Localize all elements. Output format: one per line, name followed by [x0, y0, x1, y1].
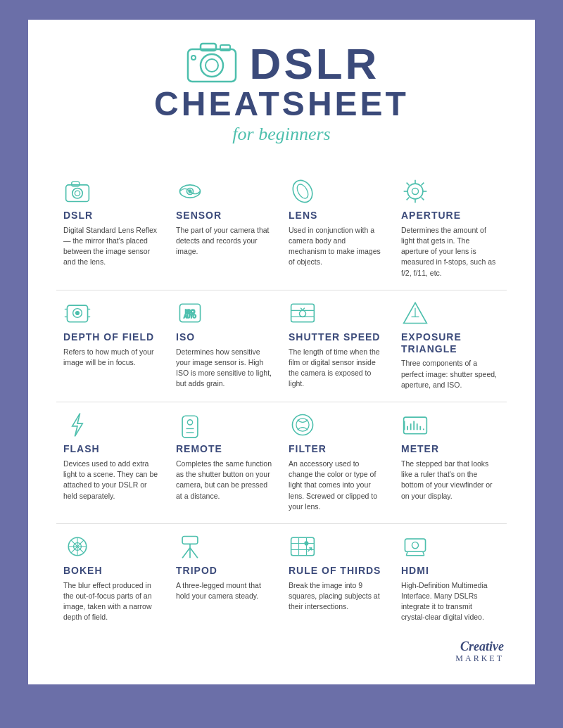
dof-title: DEPTH OF FIELD	[63, 331, 159, 343]
brand-name-creative: Creative	[460, 639, 504, 653]
item-hdmi: HDMI High-Definition Multimedia Interfac…	[394, 524, 507, 634]
svg-line-76	[406, 551, 407, 555]
svg-rect-43	[182, 416, 198, 438]
camera-icon	[184, 35, 240, 87]
lens-icon	[289, 177, 318, 207]
tripod-title: TRIPOD	[176, 565, 272, 577]
item-dslr: DSLR Digital Standard Lens Reflex — the …	[56, 169, 169, 290]
item-meter: METER The stepped bar that looks like a …	[394, 402, 507, 523]
shutter-desc: The length of time when the film or digi…	[289, 347, 384, 390]
iso-title: ISO	[176, 331, 272, 343]
svg-text:AUTO: AUTO	[184, 314, 196, 319]
svg-point-5	[191, 56, 196, 60]
rule-title: RULE OF THIRDS	[289, 565, 384, 577]
filter-title: FILTER	[289, 443, 384, 455]
item-remote: REMOTE Completes the same function as th…	[169, 402, 282, 523]
svg-point-47	[292, 415, 312, 435]
flash-title: FLASH	[63, 443, 159, 455]
bokeh-icon	[63, 532, 93, 562]
title-cheatsheet: CHEATSHEET	[56, 87, 507, 121]
dof-desc: Refers to how much of your image will be…	[63, 347, 159, 368]
item-shutter-speed: SHUTTER SPEED The length of time when th…	[282, 290, 394, 402]
svg-point-75	[412, 542, 418, 549]
aperture-icon	[401, 177, 431, 207]
svg-point-44	[187, 420, 192, 425]
item-filter: FILTER An accessory used to change the c…	[282, 402, 394, 523]
dslr-icon	[63, 177, 93, 207]
svg-point-15	[407, 184, 423, 199]
item-aperture: APERTURE Determines the amount of light …	[394, 169, 507, 290]
svg-rect-9	[72, 181, 80, 186]
item-bokeh: BOKEH The blur effect produced in the ou…	[56, 524, 169, 634]
svg-point-38	[299, 310, 305, 317]
lens-title: LENS	[289, 210, 384, 222]
shutter-icon	[289, 299, 318, 328]
hdmi-desc: High-Definition Multimedia Interface. Ma…	[401, 580, 497, 623]
tripod-icon	[176, 532, 205, 562]
remote-desc: Completes the same function as the shutt…	[176, 459, 272, 502]
svg-rect-63	[182, 536, 198, 544]
hdmi-icon	[401, 532, 431, 562]
bokeh-title: BOKEH	[63, 565, 159, 577]
sensor-desc: The part of your camera that detects and…	[176, 225, 272, 257]
aperture-desc: Determines the amount of light that gets…	[401, 225, 497, 279]
item-exposure-triangle: EXPOSURE TRIANGLE Three components of a …	[394, 290, 507, 402]
svg-line-22	[422, 183, 424, 186]
exposure-triangle-title: EXPOSURE TRIANGLE	[401, 331, 497, 355]
svg-point-7	[72, 188, 83, 198]
subtitle: for beginners	[56, 124, 507, 145]
remote-title: REMOTE	[176, 443, 272, 455]
svg-point-73	[305, 542, 308, 545]
item-flash: FLASH Devices used to add extra light to…	[56, 402, 169, 523]
svg-point-2	[205, 59, 218, 72]
svg-point-8	[75, 191, 80, 196]
svg-rect-49	[404, 417, 427, 434]
item-depth-of-field: DEPTH OF FIELD Refers to how much of you…	[56, 290, 169, 402]
svg-rect-68	[291, 537, 315, 555]
remote-icon	[176, 411, 205, 440]
exposure-triangle-desc: Three components of a perfect image: shu…	[401, 358, 497, 390]
svg-line-23	[407, 198, 410, 200]
svg-line-21	[422, 198, 424, 200]
item-iso: ISO AUTO ISO Determines how sensitive yo…	[169, 290, 282, 402]
filter-desc: An accessory used to change the color or…	[289, 459, 384, 512]
svg-point-14	[295, 182, 310, 200]
rule-icon	[289, 532, 318, 562]
meter-desc: The stepped bar that looks like a ruler …	[401, 459, 497, 502]
svg-rect-74	[405, 539, 425, 551]
svg-line-65	[182, 548, 190, 558]
sensor-icon	[176, 177, 205, 207]
triangle-icon	[401, 299, 431, 328]
shutter-title: SHUTTER SPEED	[289, 331, 384, 343]
svg-rect-35	[291, 304, 315, 321]
item-rule-of-thirds: RULE OF THIRDS Break the image into 9 sq…	[282, 524, 394, 634]
svg-line-66	[190, 548, 198, 558]
item-sensor: SENSOR The part of your camera that dete…	[169, 169, 282, 290]
dslr-title: DSLR	[63, 210, 159, 222]
aperture-title: APERTURE	[401, 210, 497, 222]
flash-icon	[63, 411, 93, 440]
meter-title: METER	[401, 443, 497, 455]
flash-desc: Devices used to add extra light to a sce…	[63, 459, 159, 502]
svg-line-20	[407, 183, 410, 186]
page: DSLR CHEATSHEET for beginners DSLR Digit…	[28, 20, 535, 684]
svg-line-77	[423, 551, 424, 555]
item-lens: LENS Used in conjunction with a camera b…	[282, 169, 394, 290]
iso-desc: Determines how sensitive your image sens…	[176, 347, 272, 390]
sensor-title: SENSOR	[176, 210, 272, 222]
dslr-desc: Digital Standard Lens Reflex — the mirro…	[63, 225, 159, 268]
svg-point-24	[412, 188, 418, 194]
svg-marker-42	[72, 414, 83, 437]
items-grid: DSLR Digital Standard Lens Reflex — the …	[56, 169, 507, 634]
brand-name-market: MARKET	[56, 654, 504, 663]
hdmi-title: HDMI	[401, 565, 497, 577]
tripod-desc: A three-legged mount that hold your came…	[176, 580, 272, 601]
dof-icon	[63, 299, 93, 328]
svg-point-13	[289, 177, 316, 205]
meter-icon	[401, 411, 431, 440]
svg-rect-6	[66, 185, 89, 202]
item-tripod: TRIPOD A three-legged mount that hold yo…	[169, 524, 282, 634]
footer: Creative MARKET	[56, 634, 507, 663]
svg-point-1	[201, 54, 223, 77]
lens-desc: Used in conjunction with a camera body a…	[289, 225, 384, 268]
